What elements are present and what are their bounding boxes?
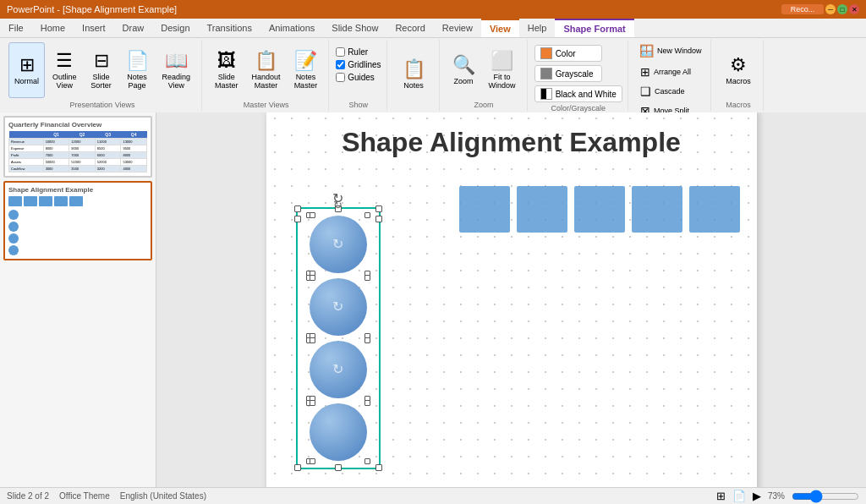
handle-bot-right[interactable] bbox=[375, 464, 382, 471]
minimize-button[interactable]: ─ bbox=[825, 4, 836, 14]
gridlines-checkbox-label[interactable]: Gridlines bbox=[336, 59, 381, 70]
tab-insert[interactable]: Insert bbox=[74, 19, 114, 37]
slide-2-rect-1 bbox=[8, 196, 22, 206]
circle-4[interactable] bbox=[310, 403, 367, 461]
blue-rect-1[interactable] bbox=[459, 186, 510, 233]
handle-bot-left[interactable] bbox=[294, 464, 301, 471]
grayscale-button[interactable]: Grayscale bbox=[534, 65, 602, 82]
title-bar: PowerPoint - [Shape Alignment Example] R… bbox=[0, 0, 866, 19]
tab-review[interactable]: Review bbox=[434, 19, 481, 37]
c2-tm[interactable] bbox=[310, 275, 315, 281]
color-button[interactable]: Color bbox=[534, 45, 602, 62]
reading-view-button[interactable]: 📖 ReadingView bbox=[156, 42, 197, 98]
close-button[interactable]: ✕ bbox=[849, 4, 859, 14]
handle-bot-mid[interactable] bbox=[335, 464, 342, 471]
presentation-views-label: Presentation Views bbox=[70, 99, 135, 109]
gridlines-checkbox[interactable] bbox=[336, 60, 345, 69]
handle-top-left[interactable] bbox=[294, 205, 301, 212]
slide-title: Shape Alignment Example bbox=[342, 127, 681, 158]
circle-3[interactable]: ↻ bbox=[310, 341, 367, 398]
tab-shape-format[interactable]: Shape Format bbox=[555, 19, 633, 37]
slide-1-thumb[interactable]: Quarterly Financial Overview Q1 Q2 Q3 Q4… bbox=[3, 116, 152, 178]
view-reading-button[interactable]: 📄 bbox=[732, 490, 746, 502]
circle-4-wrapper bbox=[310, 403, 367, 461]
table-row: Expense8000900085009500 bbox=[9, 145, 147, 152]
color-group-label: Color/Grayscale bbox=[551, 102, 606, 112]
handle-mid-right[interactable] bbox=[375, 216, 382, 222]
bw-button[interactable]: Black and White bbox=[534, 85, 622, 102]
slide-2-circle-1 bbox=[8, 210, 19, 220]
view-slideshow-button[interactable]: ▶ bbox=[753, 490, 761, 502]
notes-button[interactable]: 📋 Notes bbox=[397, 47, 431, 102]
tab-slideshow[interactable]: Slide Show bbox=[323, 19, 386, 37]
handle-mid-left[interactable] bbox=[294, 216, 301, 222]
status-bar: Slide 2 of 2 Office Theme English (Unite… bbox=[0, 487, 866, 504]
guides-checkbox-label[interactable]: Guides bbox=[336, 72, 375, 83]
normal-view-label: Normal bbox=[14, 78, 39, 86]
zoom-button[interactable]: 🔍 Zoom bbox=[447, 42, 481, 98]
tab-file[interactable]: File bbox=[0, 19, 32, 37]
master-views-group: 🖼 SlideMaster 📋 HandoutMaster 📝 NotesMas… bbox=[204, 40, 329, 111]
c2-tr[interactable] bbox=[364, 275, 370, 281]
blue-rects-row bbox=[459, 186, 740, 233]
c4-br[interactable] bbox=[364, 458, 370, 464]
main-area: 1 Quarterly Financial Overview Q1 Q2 Q3 … bbox=[0, 112, 866, 487]
c4-bm[interactable] bbox=[310, 458, 315, 464]
tab-transitions[interactable]: Transitions bbox=[199, 19, 260, 37]
handle-top-right[interactable] bbox=[375, 205, 382, 212]
tab-help[interactable]: Help bbox=[519, 19, 556, 37]
c3-tm[interactable] bbox=[310, 337, 315, 343]
tab-record[interactable]: Record bbox=[386, 19, 433, 37]
circles-selection-box[interactable]: ↻ ↻ ↻ bbox=[296, 207, 381, 469]
circle-1-rotate-handle[interactable]: ↻ bbox=[333, 199, 343, 211]
notes-page-button[interactable]: 📄 NotesPage bbox=[120, 42, 155, 98]
c3-tr[interactable] bbox=[364, 337, 370, 343]
macros-button[interactable]: ⚙ Macros bbox=[720, 42, 757, 98]
normal-view-button[interactable]: ⊞ Normal bbox=[8, 42, 45, 98]
macros-group-label: Macros bbox=[726, 99, 751, 109]
slides-panel: 1 Quarterly Financial Overview Q1 Q2 Q3 … bbox=[0, 112, 156, 487]
tab-view[interactable]: View bbox=[481, 19, 519, 37]
c4-tm[interactable] bbox=[310, 400, 315, 406]
ruler-checkbox[interactable] bbox=[336, 47, 345, 57]
c4-tr[interactable] bbox=[364, 400, 370, 406]
c1-tm[interactable] bbox=[310, 212, 315, 218]
guides-checkbox[interactable] bbox=[336, 73, 345, 82]
blue-rect-4[interactable] bbox=[632, 186, 682, 233]
slide-2-container: 2 Shape Alignment Example bbox=[3, 181, 152, 260]
record-button[interactable]: Reco... bbox=[781, 4, 824, 14]
fit-to-window-label: Fit toWindow bbox=[489, 74, 516, 90]
blue-rect-3[interactable] bbox=[574, 186, 625, 233]
view-normal-button[interactable]: ⊞ bbox=[716, 490, 726, 502]
notes-master-icon: 📝 bbox=[294, 50, 317, 72]
outline-view-button[interactable]: ☰ OutlineView bbox=[47, 42, 83, 98]
arrange-all-button[interactable]: ⊞ Arrange All bbox=[635, 63, 696, 81]
fit-to-window-button[interactable]: ⬜ Fit toWindow bbox=[483, 42, 522, 98]
slide-canvas[interactable]: Shape Alignment Example ↻ bbox=[266, 112, 757, 487]
handout-master-button[interactable]: 📋 HandoutMaster bbox=[246, 42, 287, 98]
zoom-slider[interactable] bbox=[792, 490, 859, 503]
slide-sorter-button[interactable]: ⊟ SlideSorter bbox=[85, 42, 118, 98]
tab-design[interactable]: Design bbox=[152, 19, 198, 37]
slide-2-rect-4 bbox=[54, 196, 68, 206]
new-window-button[interactable]: 🪟 New Window bbox=[635, 41, 706, 62]
tab-home[interactable]: Home bbox=[32, 19, 74, 37]
show-items: Ruler Gridlines Guides bbox=[336, 41, 381, 99]
show-group: Ruler Gridlines Guides Show bbox=[331, 40, 386, 111]
tab-animations[interactable]: Animations bbox=[260, 19, 323, 37]
notes-button-label: Notes bbox=[403, 82, 424, 90]
ruler-checkbox-label[interactable]: Ruler bbox=[336, 47, 368, 58]
c1-tr[interactable] bbox=[364, 212, 370, 218]
blue-rect-5[interactable] bbox=[689, 186, 740, 233]
notes-master-button[interactable]: 📝 NotesMaster bbox=[288, 42, 324, 98]
tab-draw[interactable]: Draw bbox=[114, 19, 153, 37]
circle-1[interactable]: ↻ bbox=[310, 216, 367, 273]
outline-view-icon: ☰ bbox=[56, 50, 73, 72]
slide-master-button[interactable]: 🖼 SlideMaster bbox=[209, 42, 244, 98]
slide-2-thumb[interactable]: Shape Alignment Example bbox=[3, 181, 152, 260]
cascade-button[interactable]: ❑ Cascade bbox=[635, 82, 690, 101]
maximize-button[interactable]: □ bbox=[837, 4, 847, 14]
circle-2[interactable]: ↻ bbox=[310, 278, 367, 336]
blue-rect-2[interactable] bbox=[517, 186, 567, 233]
table-row: Profit7000700060008000 bbox=[9, 152, 147, 159]
